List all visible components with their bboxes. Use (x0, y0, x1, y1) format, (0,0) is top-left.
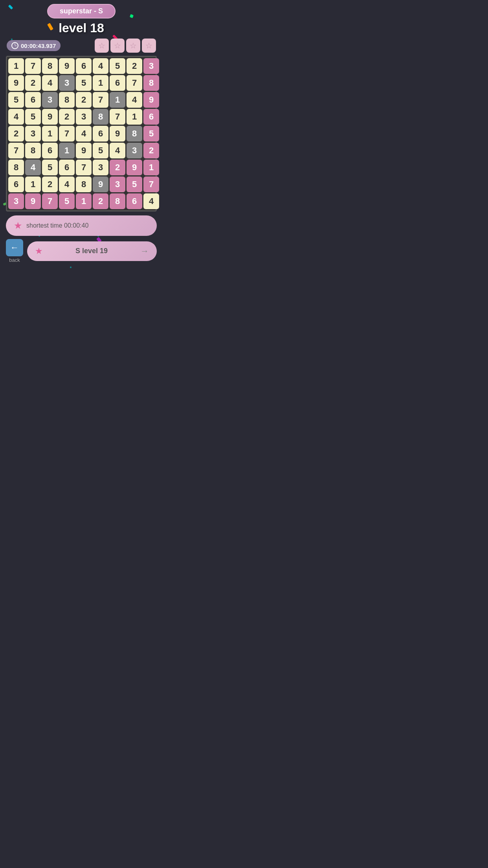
grid-cell-9[interactable]: 9 (8, 75, 24, 91)
grid-cell-48[interactable]: 1 (59, 143, 75, 158)
grid-cell-39[interactable]: 7 (59, 126, 75, 142)
grid-cell-38[interactable]: 1 (42, 126, 58, 142)
grid-cell-21[interactable]: 8 (59, 92, 75, 108)
back-button[interactable]: ← back (6, 239, 23, 263)
bottom-section: ★ shortest time 00:00:40 ← back ★ S leve… (6, 215, 157, 263)
next-level-button[interactable]: ★ S level 19 → (27, 241, 157, 261)
grid-cell-79[interactable]: 6 (127, 193, 142, 209)
back-arrow-icon: ← (6, 239, 23, 256)
grid-cell-55[interactable]: 4 (25, 160, 41, 175)
star-1: ☆ (95, 39, 109, 53)
grid-cell-34[interactable]: 1 (127, 109, 142, 125)
grid-cell-31[interactable]: 3 (76, 109, 92, 125)
title-badge: superstar - S (47, 4, 116, 18)
shortest-time-display: ★ shortest time 00:00:40 (6, 215, 157, 236)
grid-cell-14[interactable]: 1 (93, 75, 108, 91)
star-4: ☆ (142, 39, 156, 53)
next-level-label: S level 19 (75, 247, 108, 255)
grid-cell-42[interactable]: 9 (110, 126, 125, 142)
grid-cell-53[interactable]: 2 (143, 143, 159, 158)
grid-cell-16[interactable]: 7 (127, 75, 142, 91)
grid-cell-26[interactable]: 9 (143, 92, 159, 108)
grid-cell-63[interactable]: 6 (8, 177, 24, 192)
grid-cell-40[interactable]: 4 (76, 126, 92, 142)
star-2: ☆ (110, 39, 125, 53)
grid-cell-76[interactable]: 1 (76, 193, 92, 209)
grid-cell-72[interactable]: 3 (8, 193, 24, 209)
grid-cell-58[interactable]: 7 (76, 160, 92, 175)
grid-cell-52[interactable]: 3 (127, 143, 142, 158)
grid-cell-57[interactable]: 6 (59, 160, 75, 175)
grid-cell-80[interactable]: 4 (143, 193, 159, 209)
grid-cell-54[interactable]: 8 (8, 160, 24, 175)
grid-cell-70[interactable]: 5 (127, 177, 142, 192)
grid-cell-45[interactable]: 7 (8, 143, 24, 158)
grid-cell-25[interactable]: 4 (127, 92, 142, 108)
grid-cell-18[interactable]: 5 (8, 92, 24, 108)
grid-cell-0[interactable]: 1 (8, 58, 24, 74)
back-label: back (9, 257, 20, 263)
nav-row: ← back ★ S level 19 → (6, 239, 157, 263)
grid-cell-29[interactable]: 9 (42, 109, 58, 125)
grid-cell-44[interactable]: 5 (143, 126, 159, 142)
grid-cell-2[interactable]: 8 (42, 58, 58, 74)
grid-cell-13[interactable]: 5 (76, 75, 92, 91)
grid-cell-15[interactable]: 6 (110, 75, 125, 91)
grid-cell-64[interactable]: 1 (25, 177, 41, 192)
grid-cell-35[interactable]: 6 (143, 109, 159, 125)
next-level-star-icon: ★ (35, 246, 43, 256)
grid-cell-28[interactable]: 5 (25, 109, 41, 125)
grid-cell-51[interactable]: 4 (110, 143, 125, 158)
grid-cell-23[interactable]: 7 (93, 92, 108, 108)
grid-cell-12[interactable]: 3 (59, 75, 75, 91)
next-arrow-icon: → (140, 246, 149, 256)
grid-cell-67[interactable]: 8 (76, 177, 92, 192)
grid-cell-73[interactable]: 9 (25, 193, 41, 209)
grid-cell-4[interactable]: 6 (76, 58, 92, 74)
grid-cell-68[interactable]: 9 (93, 177, 108, 192)
grid-cell-78[interactable]: 8 (110, 193, 125, 209)
grid-cell-61[interactable]: 9 (127, 160, 142, 175)
grid-cell-43[interactable]: 8 (127, 126, 142, 142)
grid-cell-77[interactable]: 2 (93, 193, 108, 209)
grid-cell-37[interactable]: 3 (25, 126, 41, 142)
grid-cell-19[interactable]: 6 (25, 92, 41, 108)
grid-cell-66[interactable]: 4 (59, 177, 75, 192)
grid-cell-1[interactable]: 7 (25, 58, 41, 74)
grid-cell-56[interactable]: 5 (42, 160, 58, 175)
grid-cell-49[interactable]: 9 (76, 143, 92, 158)
grid-cell-17[interactable]: 8 (143, 75, 159, 91)
grid-cell-22[interactable]: 2 (76, 92, 92, 108)
grid-cell-8[interactable]: 3 (143, 58, 159, 74)
grid-cell-11[interactable]: 4 (42, 75, 58, 91)
grid-cell-5[interactable]: 4 (93, 58, 108, 74)
grid-cell-30[interactable]: 2 (59, 109, 75, 125)
grid-cell-74[interactable]: 7 (42, 193, 58, 209)
grid-cell-75[interactable]: 5 (59, 193, 75, 209)
grid-cell-10[interactable]: 2 (25, 75, 41, 91)
grid-cell-62[interactable]: 1 (143, 160, 159, 175)
grid-cell-41[interactable]: 6 (93, 126, 108, 142)
grid-cell-20[interactable]: 3 (42, 92, 58, 108)
timer-value: 00:00:43.937 (21, 42, 56, 49)
grid-cell-24[interactable]: 1 (110, 92, 125, 108)
grid-cell-33[interactable]: 7 (110, 109, 125, 125)
grid-cell-32[interactable]: 8 (93, 109, 108, 125)
grid-cell-7[interactable]: 2 (127, 58, 142, 74)
shortest-time-text: shortest time 00:00:40 (26, 222, 88, 229)
grid-cell-69[interactable]: 3 (110, 177, 125, 192)
grid-cell-59[interactable]: 3 (93, 160, 108, 175)
level-text: level 18 (59, 21, 104, 35)
grid-cell-6[interactable]: 5 (110, 58, 125, 74)
grid-cell-3[interactable]: 9 (59, 58, 75, 74)
grid-cell-50[interactable]: 5 (93, 143, 108, 158)
grid-cell-71[interactable]: 7 (143, 177, 159, 192)
grid-cell-47[interactable]: 6 (42, 143, 58, 158)
grid-cell-46[interactable]: 8 (25, 143, 41, 158)
grid-cell-27[interactable]: 4 (8, 109, 24, 125)
shortest-time-star-icon: ★ (14, 220, 22, 231)
grid-cell-65[interactable]: 2 (42, 177, 58, 192)
grid-cell-36[interactable]: 2 (8, 126, 24, 142)
grid-cell-60[interactable]: 2 (110, 160, 125, 175)
timer-stars-row: 00:00:43.937 ☆ ☆ ☆ ☆ (7, 39, 156, 53)
